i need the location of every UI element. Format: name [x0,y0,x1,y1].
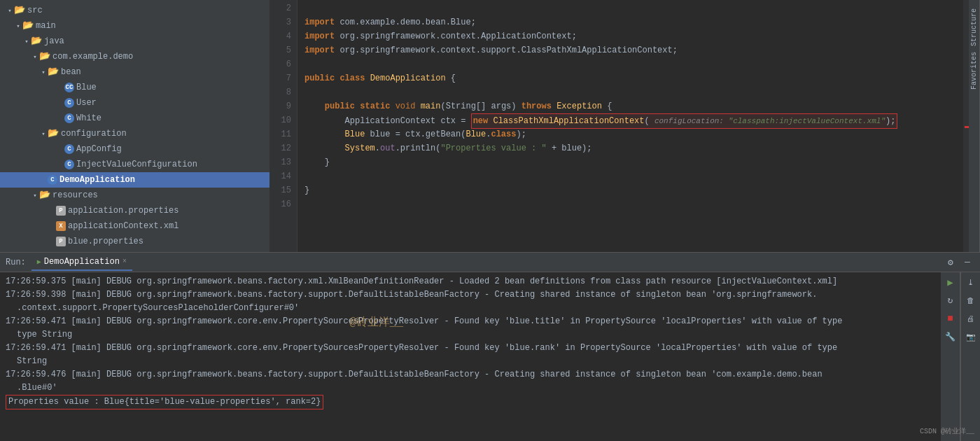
minimize-button[interactable]: — [960,255,974,270]
xml-icon-appcontext: X [56,221,66,231]
props-icon-blueprops: P [56,237,66,246]
console-body: ▶ ↻ ■ 🔧 ⤓ 🗑 🖨 📷 @砖业洋__ 17:26:59.375 [mai… [0,272,980,441]
settings-button[interactable]: ⚙ [944,255,958,270]
line-num-11: 11 [270,127,291,141]
label-injectvalue: InjectValueConfiguration [76,160,197,169]
label-configuration: configuration [61,129,127,139]
tree-item-blueprops[interactable]: P blue.properties [0,234,270,249]
tree-item-blue[interactable]: C Blue [0,80,270,95]
tree-item-bean[interactable]: 📂 bean [0,64,270,80]
line-num-13: 13 [270,155,291,169]
console-output: @砖业洋__ 17:26:59.375 [main] DEBUG org.spr… [0,272,941,441]
arrow-resources [31,192,39,200]
scroll-btn[interactable]: ⤓ [964,275,978,289]
clear-btn[interactable]: 🗑 [964,293,978,307]
folder-java-icon: 📂 [31,36,42,47]
label-src: src [27,6,43,15]
tree-item-java[interactable]: 📂 java [0,34,270,49]
main-area: 📂 src 📂 main 📂 java 📂 com.example.demo [0,0,980,252]
class-blue-icon: C [64,83,74,92]
tree-item-configuration[interactable]: 📂 configuration [0,126,270,141]
console-right-toolbar: ⤓ 🗑 🖨 📷 [960,272,980,441]
label-blueprops: blue.properties [68,237,144,246]
tab-label: DemoApplication [44,257,120,267]
log-line-4: 17:26:59.471 [main] DEBUG org.springfram… [6,342,935,355]
tab-close-button[interactable]: × [122,258,127,265]
log-line-2b: .context.support.PropertySourcesPlacehol… [6,302,935,315]
demoapplication-tab[interactable]: ▶ DemoApplication × [31,254,132,271]
tree-item-src[interactable]: 📂 src [0,3,270,18]
tree-item-appcontext[interactable]: X applicationContext.xml [0,218,270,234]
camera-btn[interactable]: 📷 [964,330,978,344]
file-tree-sidebar: 📂 src 📂 main 📂 java 📂 com.example.demo [0,0,270,252]
rerun-btn[interactable]: ↻ [944,293,958,307]
label-white: White [76,113,102,123]
tree-item-appconfig[interactable]: C AppConfig [0,141,270,157]
print-btn[interactable]: 🖨 [964,312,978,326]
favorites-tab[interactable]: Favorites [970,52,978,90]
label-appcontext: applicationContext.xml [68,221,178,231]
line-num-15: 15 [270,183,291,197]
code-line-12: System.out.println("Properties value : "… [304,141,963,155]
code-line-4: import org.springframework.context.Appli… [304,29,963,43]
tree-item-injectvalue[interactable]: C InjectValueConfiguration [0,157,270,172]
label-appconfig: AppConfig [76,144,122,154]
tree-item-user[interactable]: C User [0,95,270,111]
log-line-2: 17:26:59.398 [main] DEBUG org.springfram… [6,288,935,302]
bottom-tab-bar: Run: ▶ DemoApplication × ⚙ — [0,253,980,272]
class-injectvalue-icon: C [64,160,74,169]
result-box: Properties value : Blue{title='blue-valu… [6,395,323,410]
arrow-configuration [39,130,48,138]
run-label: Run: [6,258,26,267]
class-user-icon: C [64,98,74,108]
tree-item-main[interactable]: 📂 main [0,18,270,34]
line-num-7: ▶7 [270,71,291,85]
code-line-9: public static void main(String[] args) t… [304,99,963,113]
code-editor: 2 3 4 5 6 ▶7 8 ▶9 10 11 12 13 14 15 16 [270,0,969,252]
bottom-panel: Run: ▶ DemoApplication × ⚙ — ▶ ↻ ■ 🔧 ⤓ 🗑… [0,252,980,441]
log-line-1: 17:26:59.375 [main] DEBUG org.springfram… [6,275,935,288]
code-line-16 [304,197,963,211]
code-content[interactable]: import com.example.demo.bean.Blue; impor… [298,0,963,252]
folder-resources-icon: 📂 [39,190,50,201]
tree-item-resources[interactable]: 📂 resources [0,188,270,203]
label-appprops: application.properties [68,206,178,216]
code-line-13: } [304,155,963,169]
line-num-8: 8 [270,85,291,99]
line-num-14: 14 [270,169,291,183]
log-line-5: 17:26:59.476 [main] DEBUG org.springfram… [6,368,935,382]
line-num-16: 16 [270,197,291,211]
run-btn[interactable]: ▶ [944,275,958,289]
arrow-src [6,7,14,15]
code-line-2 [304,1,963,15]
code-line-7: public class DemoApplication { [304,71,963,85]
log-result-line: Properties value : Blue{title='blue-valu… [6,395,935,410]
tree-item-white[interactable]: C White [0,111,270,126]
console-left-toolbar: ▶ ↻ ■ 🔧 [941,272,960,441]
code-line-3: import com.example.demo.bean.Blue; [304,15,963,29]
label-demoapplication: DemoApplication [59,175,135,185]
left-vtabs: Structure Favorites [969,0,980,252]
folder-config-icon: 📂 [48,128,59,139]
stop-btn[interactable]: ■ [944,312,958,326]
code-line-10: ApplicationContext ctx = new ClassPathXm… [304,113,963,127]
tree-item-demoapplication[interactable]: C DemoApplication [0,172,270,188]
folder-main-icon: 📂 [22,20,34,31]
code-line-6 [304,57,963,71]
code-line-8 [304,85,963,99]
folder-com-icon: 📂 [39,51,50,62]
tree-item-com[interactable]: 📂 com.example.demo [0,49,270,64]
tree-item-appprops[interactable]: P application.properties [0,203,270,218]
label-java: java [44,36,64,46]
label-resources: resources [52,190,98,200]
tools-btn[interactable]: 🔧 [944,330,958,344]
line-num-6: 6 [270,57,291,71]
code-line-5: import org.springframework.context.suppo… [304,43,963,57]
csdn-label: CSDN @砖业洋__ [920,425,941,438]
arrow-com [31,53,39,61]
log-line-3b: type String [6,328,935,342]
line-num-12: 12 [270,141,291,155]
arrow-bean [39,69,48,76]
structure-tab[interactable]: Structure [970,8,978,46]
log-line-5b: .Blue#0' [6,382,935,395]
